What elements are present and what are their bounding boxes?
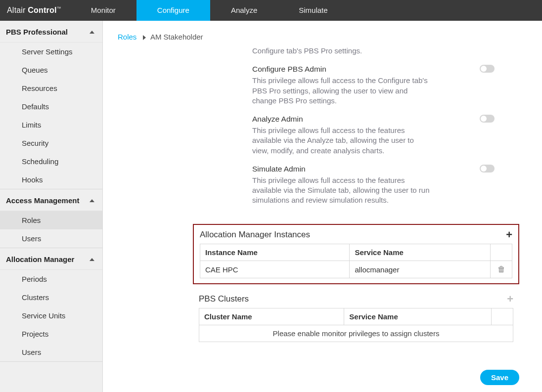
sidebar-item-resources[interactable]: Resources <box>0 79 102 97</box>
panel-alloc-instances: Allocation Manager Instances + Instance … <box>193 224 519 284</box>
section-pbs-pro[interactable]: PBS Professional <box>0 21 102 43</box>
col-service-name: Service Name <box>350 244 491 261</box>
priv-desc: This privilege allows full access to the… <box>252 76 430 106</box>
col-instance-name: Instance Name <box>200 244 350 261</box>
panel-title: Allocation Manager Instances <box>200 230 310 240</box>
save-button[interactable]: Save <box>480 370 519 385</box>
sidebar-item-users-am[interactable]: Users <box>0 229 102 248</box>
breadcrumb: Roles AM Stakeholder <box>118 33 519 41</box>
priv-title: Analyze Admin <box>252 115 475 124</box>
priv-analyze-admin: Analyze Admin This privilege allows full… <box>252 115 504 156</box>
col-cluster-name: Cluster Name <box>199 308 344 325</box>
chevron-up-icon <box>90 31 94 34</box>
alloc-instances-table: Instance Name Service Name CAE HPC alloc… <box>200 244 512 278</box>
priv-title: Simulate Admin <box>252 165 475 174</box>
sidebar-item-limits[interactable]: Limits <box>0 116 102 134</box>
brand-logo: Altair Control™ <box>0 6 70 15</box>
tab-analyze[interactable]: Analyze <box>210 0 278 21</box>
sidebar-item-projects[interactable]: Projects <box>0 325 102 343</box>
pbs-clusters-table: Cluster Name Service Name Please enable … <box>199 308 513 342</box>
main-content: Roles AM Stakeholder Configure tab's PBS… <box>103 21 542 392</box>
toggle-analyze-admin[interactable] <box>480 115 495 123</box>
section-access-mgmt-label: Access Management <box>6 196 79 205</box>
sidebar-item-server-settings[interactable]: Server Settings <box>0 43 102 61</box>
toggle-configure-pbs-admin[interactable] <box>480 65 495 73</box>
chevron-right-icon <box>143 35 146 40</box>
section-alloc-mgr-label: Allocation Manager <box>6 255 74 263</box>
sidebar-item-defaults[interactable]: Defaults <box>0 97 102 116</box>
panel-pbs-clusters: PBS Clusters + Cluster Name Service Name… <box>193 289 519 347</box>
sidebar-item-clusters[interactable]: Clusters <box>0 288 102 306</box>
cell-service[interactable]: allocmanager <box>350 261 491 278</box>
top-nav: Altair Control™ Monitor Configure Analyz… <box>0 0 542 21</box>
tab-simulate[interactable]: Simulate <box>278 0 348 21</box>
table-row: CAE HPC allocmanager 🗑 <box>200 261 512 278</box>
sidebar-item-queues[interactable]: Queues <box>0 61 102 79</box>
add-instance-icon[interactable]: + <box>506 230 512 239</box>
sidebar-item-scheduling[interactable]: Scheduling <box>0 152 102 171</box>
toggle-simulate-admin[interactable] <box>480 165 495 173</box>
section-pbs-pro-label: PBS Professional <box>6 28 68 36</box>
section-access-mgmt[interactable]: Access Management <box>0 189 102 211</box>
priv-simulate-admin: Simulate Admin This privilege allows ful… <box>252 165 504 206</box>
col-service-name-clst: Service Name <box>344 308 492 325</box>
add-cluster-icon: + <box>507 295 513 304</box>
priv-intro-tail: Configure tab's PBS Pro settings. <box>252 46 430 56</box>
clusters-empty-msg: Please enable monitor privileges to assi… <box>199 325 513 342</box>
chevron-up-icon <box>90 258 94 261</box>
priv-configure-pbs-admin: Configure PBS Admin This privilege allow… <box>252 65 504 106</box>
sidebar-item-users-alloc[interactable]: Users <box>0 343 102 361</box>
panel-title: PBS Clusters <box>199 294 249 304</box>
priv-desc: This privilege allows full access to the… <box>252 175 430 206</box>
chevron-up-icon <box>90 199 94 202</box>
breadcrumb-leaf: AM Stakeholder <box>150 33 203 41</box>
brand-bold: Control <box>28 6 56 14</box>
col-actions <box>491 244 512 261</box>
trash-icon[interactable]: 🗑 <box>497 265 505 273</box>
priv-desc: This privilege allows full access to the… <box>252 126 430 156</box>
brand-tm: ™ <box>57 6 61 11</box>
sidebar-item-periods[interactable]: Periods <box>0 270 102 288</box>
priv-title: Configure PBS Admin <box>252 65 475 74</box>
brand-light: Altair <box>7 6 26 14</box>
sidebar-item-security[interactable]: Security <box>0 134 102 152</box>
privileges-scrollpane[interactable]: Configure tab's PBS Pro settings. Config… <box>252 46 504 219</box>
sidebar-item-service-units[interactable]: Service Units <box>0 306 102 325</box>
sidebar-item-roles[interactable]: Roles <box>0 211 102 229</box>
tab-monitor[interactable]: Monitor <box>70 0 136 21</box>
cell-instance[interactable]: CAE HPC <box>200 261 350 278</box>
section-alloc-mgr[interactable]: Allocation Manager <box>0 248 102 270</box>
tab-configure[interactable]: Configure <box>136 0 210 21</box>
table-row: Please enable monitor privileges to assi… <box>199 325 513 342</box>
breadcrumb-root[interactable]: Roles <box>118 33 136 41</box>
sidebar: PBS Professional Server Settings Queues … <box>0 21 103 392</box>
col-actions <box>492 308 513 325</box>
sidebar-item-hooks[interactable]: Hooks <box>0 171 102 189</box>
